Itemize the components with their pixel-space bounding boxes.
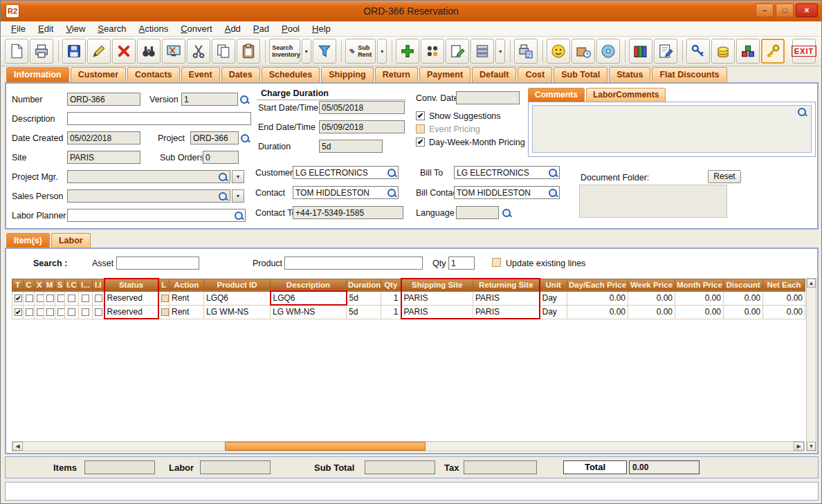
tab-comments[interactable]: Comments [528, 88, 585, 102]
project-field[interactable] [190, 131, 239, 144]
day-price-cell[interactable]: 0.00 [567, 291, 628, 305]
h-scroll-thumb[interactable] [225, 442, 426, 451]
status-cell[interactable]: Reserved [104, 305, 158, 319]
week-price-cell[interactable]: 0.00 [628, 305, 675, 319]
discount-cell[interactable]: 0.00 [724, 305, 763, 319]
comments-lookup-icon[interactable] [797, 107, 807, 118]
reset-button[interactable]: Reset [708, 170, 741, 183]
menu-pool[interactable]: Pool [277, 22, 304, 35]
write-notes-button[interactable] [654, 39, 677, 64]
tab-items[interactable]: Item(s) [6, 233, 50, 248]
group-options-button[interactable] [421, 39, 444, 64]
version-lookup-icon[interactable] [239, 95, 250, 105]
menu-actions[interactable]: Actions [134, 22, 174, 35]
asset-input[interactable] [116, 256, 199, 270]
start-date-field[interactable] [319, 101, 405, 114]
product-id-cell[interactable]: LG WM-NS [204, 305, 271, 319]
number-field[interactable] [67, 93, 140, 106]
language-field[interactable] [456, 206, 499, 219]
status-cell[interactable]: Reserved [104, 291, 158, 305]
product-input[interactable] [284, 256, 423, 270]
save-button[interactable] [62, 39, 86, 64]
scroll-up-button[interactable]: ▲ [807, 279, 816, 288]
tab-labor[interactable]: Labor [51, 233, 91, 248]
search-inventory-button[interactable]: SearchInventory [269, 39, 300, 64]
item-row[interactable]: ✔ Reserved Rent LG WM-NS LG WM-NS 5d 1 P… [12, 305, 805, 319]
tab-shipping[interactable]: Shipping [321, 67, 373, 82]
c-checkbox-cell[interactable] [24, 291, 35, 305]
close-button[interactable]: × [796, 3, 818, 17]
update-existing-lines-checkbox[interactable] [492, 258, 501, 267]
contact-lookup-icon[interactable] [387, 188, 397, 198]
i2-checkbox-cell[interactable] [79, 305, 93, 319]
edit-button[interactable] [87, 39, 111, 64]
title-bar[interactable]: R2 ORD-366 Reservation – □ × [1, 1, 821, 21]
customer-lookup-icon[interactable] [387, 168, 397, 178]
vertical-scrollbar[interactable]: ▲ ▼ [806, 278, 816, 451]
description-field[interactable] [67, 112, 251, 125]
labor-planner-lookup-icon[interactable] [234, 211, 244, 221]
tab-payment[interactable]: Payment [419, 67, 471, 82]
search-inventory-dropdown[interactable]: ▼ [302, 39, 311, 64]
discount-cell[interactable]: 0.00 [724, 291, 763, 305]
qty-cell[interactable]: 1 [381, 305, 401, 319]
project-lookup-icon[interactable] [240, 133, 250, 144]
duration-field[interactable] [319, 140, 383, 153]
shipping-site-cell[interactable]: PARIS [401, 305, 473, 319]
bill-contact-lookup-icon[interactable] [548, 188, 558, 198]
labor-planner-field[interactable] [67, 209, 246, 222]
sales-person-lookup-icon[interactable] [218, 192, 228, 202]
m-checkbox-cell[interactable] [44, 305, 55, 319]
sales-person-dropdown[interactable]: ▼ [232, 189, 244, 203]
menu-convert[interactable]: Convert [176, 22, 217, 35]
action-cell[interactable]: Rent [170, 305, 204, 319]
delete-button[interactable] [112, 39, 136, 64]
s-checkbox-cell[interactable] [55, 305, 65, 319]
menu-pad[interactable]: Pad [248, 22, 274, 35]
s-checkbox-cell[interactable] [55, 291, 65, 305]
paste-button[interactable] [237, 39, 260, 64]
add-line-button[interactable] [396, 39, 419, 64]
tab-event[interactable]: Event [181, 67, 220, 82]
scroll-left-button[interactable]: ◀ [12, 442, 23, 451]
h-scroll-track[interactable] [23, 442, 794, 451]
ii-checkbox-cell[interactable] [93, 291, 104, 305]
catalog-books-button[interactable] [629, 39, 652, 64]
net-each-cell[interactable]: 0.00 [763, 291, 805, 305]
m-checkbox-cell[interactable] [44, 291, 55, 305]
returning-site-cell[interactable]: PARIS [473, 305, 540, 319]
colored-cubes-button[interactable] [736, 39, 760, 64]
action-cell[interactable]: Rent [170, 291, 204, 305]
description-cell[interactable]: LGQ6 [271, 291, 347, 305]
net-each-cell[interactable]: 0.00 [763, 305, 805, 319]
tab-information[interactable]: Information [6, 67, 69, 82]
print-report-button[interactable] [514, 39, 538, 64]
exit-button[interactable]: EXIT [792, 39, 816, 64]
disk-button[interactable] [596, 39, 620, 64]
cut-button[interactable] [187, 39, 210, 64]
maximize-button[interactable]: □ [776, 3, 794, 17]
contact-field[interactable] [293, 186, 399, 199]
contact-tel-field[interactable] [293, 206, 403, 219]
tab-contacts[interactable]: Contacts [127, 67, 179, 82]
end-date-field[interactable] [319, 120, 405, 133]
returning-site-cell[interactable]: PARIS [473, 291, 540, 305]
conv-date-field[interactable] [456, 91, 520, 104]
menu-search[interactable]: Search [93, 22, 131, 35]
tab-dates[interactable]: Dates [221, 67, 260, 82]
pad-button[interactable] [471, 39, 494, 64]
ic-checkbox-cell[interactable] [65, 291, 79, 305]
ic-checkbox-cell[interactable] [65, 305, 79, 319]
t-checkbox-cell[interactable]: ✔ [12, 291, 24, 305]
c-checkbox-cell[interactable] [24, 305, 35, 319]
menu-add[interactable]: Add [220, 22, 246, 35]
tab-flat-discounts[interactable]: Flat Discounts [652, 67, 727, 82]
bill-to-lookup-icon[interactable] [548, 168, 558, 178]
menu-view[interactable]: View [61, 22, 90, 35]
shipping-site-cell[interactable]: PARIS [401, 291, 473, 305]
duration-cell[interactable]: 5d [347, 291, 381, 305]
customer-field[interactable] [293, 166, 399, 179]
unlock-button[interactable] [761, 39, 785, 64]
site-field[interactable] [67, 151, 140, 164]
item-row[interactable]: ✔ Reserved Rent LGQ6 LGQ6 5d 1 PARIS PAR… [12, 291, 805, 305]
